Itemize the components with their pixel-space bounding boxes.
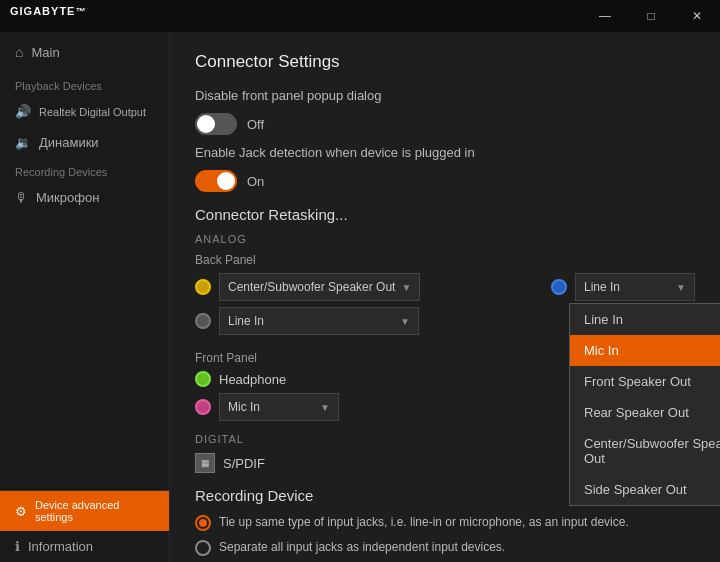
back-panel-label: Back Panel — [195, 253, 695, 267]
sidebar: ⌂ Main Playback Devices 🔊 Realtek Digita… — [0, 32, 170, 562]
info-icon: ℹ — [15, 539, 20, 554]
back-panel-select-right-1[interactable]: Line In ▼ — [575, 273, 695, 301]
enable-jack-row: Enable Jack detection when device is plu… — [195, 145, 695, 160]
chevron-icon-3: ▼ — [676, 282, 686, 293]
dot-blue-1 — [551, 279, 567, 295]
sidebar-item-realtek[interactable]: 🔊 Realtek Digital Output — [0, 96, 169, 127]
window-controls: — □ ✕ — [582, 0, 720, 32]
sidebar-info-label: Information — [28, 539, 93, 554]
dropdown-item-rear-speaker[interactable]: Rear Speaker Out — [570, 397, 720, 428]
minimize-button[interactable]: — — [582, 0, 628, 32]
sidebar-mic-label: Микрофон — [36, 190, 99, 205]
sidebar-item-dynamics[interactable]: 🔉 Динамики — [0, 127, 169, 158]
dropdown-item-side-speaker[interactable]: Side Speaker Out — [570, 474, 720, 505]
recording-section-label: Recording Devices — [0, 158, 169, 182]
dot-lime-1 — [195, 371, 211, 387]
spdif-icon: ▦ — [195, 453, 215, 473]
sidebar-realtek-label: Realtek Digital Output — [39, 106, 146, 118]
disable-popup-toggle[interactable] — [195, 113, 237, 135]
dropdown-item-line-in[interactable]: Line In — [570, 304, 720, 335]
back-panel-right: Line In ▼ Line In Mic In Front Speaker O… — [551, 273, 695, 307]
enable-jack-state: On — [247, 174, 264, 189]
sidebar-advanced-label: Device advanced settings — [35, 499, 154, 523]
sidebar-item-mic[interactable]: 🎙 Микрофон — [0, 182, 169, 213]
spdif-label: S/PDIF — [223, 456, 265, 471]
chevron-icon: ▼ — [401, 282, 411, 293]
front-panel-select-mic[interactable]: Mic In ▼ — [219, 393, 339, 421]
radio-tie-label: Tie up same type of input jacks, i.e. li… — [219, 514, 629, 531]
dropdown-popup: Line In Mic In Front Speaker Out Rear Sp… — [569, 303, 720, 506]
sidebar-item-info[interactable]: ℹ Information — [0, 531, 169, 562]
analog-label: ANALOG — [195, 233, 695, 245]
main-content: Connector Settings Disable front panel p… — [170, 32, 720, 562]
gear-icon: ⚙ — [15, 504, 27, 519]
disable-popup-row: Disable front panel popup dialog — [195, 88, 695, 103]
back-panel-row-1: Center/Subwoofer Speaker Out ▼ — [195, 273, 531, 301]
sidebar-item-advanced[interactable]: ⚙ Device advanced settings — [0, 491, 169, 531]
back-panel-select-2[interactable]: Line In ▼ — [219, 307, 419, 335]
sidebar-dynamics-label: Динамики — [39, 135, 99, 150]
chevron-icon-4: ▼ — [320, 402, 330, 413]
speaker-icon-2: 🔉 — [15, 135, 31, 150]
dot-gray-1 — [195, 313, 211, 329]
radio-tie[interactable] — [195, 515, 211, 531]
dropdown-item-front-speaker[interactable]: Front Speaker Out — [570, 366, 720, 397]
radio-row-separate[interactable]: Separate all input jacks as independent … — [195, 539, 695, 556]
dropdown-item-mic-in[interactable]: Mic In — [570, 335, 720, 366]
enable-jack-toggle[interactable] — [195, 170, 237, 192]
back-panel-section: Center/Subwoofer Speaker Out ▼ Line In ▼ — [195, 273, 695, 341]
disable-popup-state: Off — [247, 117, 264, 132]
app-body: ⌂ Main Playback Devices 🔊 Realtek Digita… — [0, 32, 720, 562]
enable-jack-toggle-row: On — [195, 170, 695, 192]
radio-separate[interactable] — [195, 540, 211, 556]
retasking-title: Connector Retasking... — [195, 206, 695, 223]
sidebar-main-label: Main — [31, 45, 59, 60]
home-icon: ⌂ — [15, 44, 23, 60]
radio-separate-label: Separate all input jacks as independent … — [219, 539, 505, 556]
titlebar: GIGABYTE™ — □ ✕ — [0, 0, 720, 32]
back-panel-row-2: Line In ▼ — [195, 307, 531, 335]
maximize-button[interactable]: □ — [628, 0, 674, 32]
dot-yellow-1 — [195, 279, 211, 295]
disable-popup-toggle-row: Off — [195, 113, 695, 135]
back-panel-select-1[interactable]: Center/Subwoofer Speaker Out ▼ — [219, 273, 420, 301]
dot-pink-1 — [195, 399, 211, 415]
enable-jack-label: Enable Jack detection when device is plu… — [195, 145, 475, 160]
close-button[interactable]: ✕ — [674, 0, 720, 32]
mic-icon: 🎙 — [15, 190, 28, 205]
disable-popup-label: Disable front panel popup dialog — [195, 88, 381, 103]
radio-row-tie[interactable]: Tie up same type of input jacks, i.e. li… — [195, 514, 695, 531]
sidebar-bottom: ⚙ Device advanced settings ℹ Information — [0, 490, 169, 562]
toggle-knob-2 — [217, 172, 235, 190]
sidebar-item-main[interactable]: ⌂ Main — [0, 32, 169, 72]
back-panel-row-right-1: Line In ▼ — [551, 273, 695, 301]
back-panel-left: Center/Subwoofer Speaker Out ▼ Line In ▼ — [195, 273, 531, 341]
toggle-knob — [197, 115, 215, 133]
dropdown-item-center-sub[interactable]: Center/Subwoofer Speaker Out — [570, 428, 720, 474]
headphone-label: Headphone — [219, 372, 286, 387]
app-logo: GIGABYTE™ — [10, 5, 86, 28]
playback-section-label: Playback Devices — [0, 72, 169, 96]
chevron-icon-2: ▼ — [400, 316, 410, 327]
connector-settings-title: Connector Settings — [195, 52, 695, 72]
speaker-icon: 🔊 — [15, 104, 31, 119]
